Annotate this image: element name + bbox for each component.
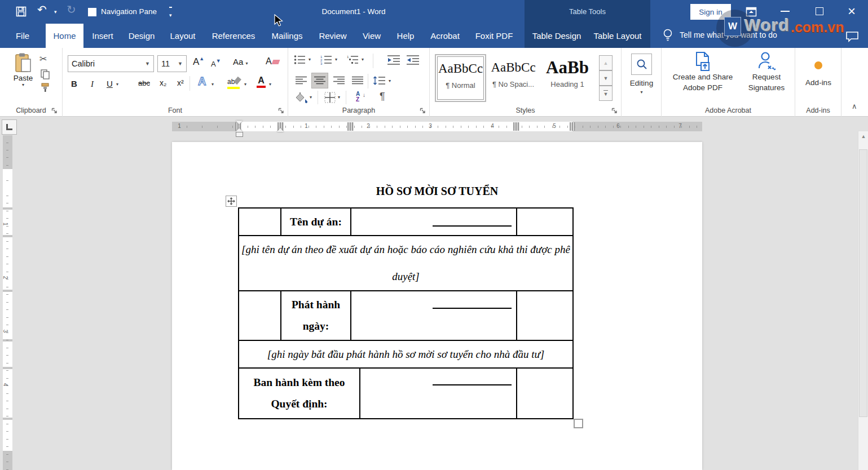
font-size-input[interactable]: 11▼: [157, 55, 187, 72]
horizontal-ruler[interactable]: 1 1 2 3 4 5 6 7: [172, 122, 702, 131]
tab-table-design[interactable]: Table Design: [527, 24, 586, 48]
line-spacing-icon[interactable]: [373, 76, 385, 86]
tab-layout[interactable]: Layout: [162, 24, 203, 48]
cut-icon[interactable]: ✂: [39, 54, 47, 64]
tab-acrobat[interactable]: Acrobat: [423, 24, 467, 48]
create-share-pdf-button[interactable]: Create and Share Adobe PDF: [666, 51, 739, 93]
undo-button[interactable]: ↶: [37, 4, 47, 15]
blank-underline[interactable]: [433, 308, 512, 309]
request-signatures-button[interactable]: Request Signatures: [742, 51, 791, 93]
tab-insert[interactable]: Insert: [83, 24, 122, 48]
decision-label-cell[interactable]: Ban hành kèm theo Quyết định:: [239, 368, 360, 419]
styles-scroll-down-button[interactable]: ▼: [599, 70, 613, 86]
collapse-ribbon-icon[interactable]: ∧: [852, 102, 857, 110]
pilcrow-icon[interactable]: ¶: [380, 91, 385, 103]
change-case-button[interactable]: Aa ▾: [233, 57, 248, 66]
tab-file[interactable]: File: [7, 24, 38, 48]
font-color-button[interactable]: A: [257, 76, 266, 88]
paste-button[interactable]: Paste ▾: [11, 52, 35, 87]
feedback-icon[interactable]: [845, 31, 859, 42]
styles-more-button[interactable]: ▼: [599, 86, 613, 101]
line-spacing-chevron-icon[interactable]: ▾: [389, 78, 391, 83]
grow-font-button[interactable]: A▲: [193, 56, 204, 68]
paragraph-dialog-launcher[interactable]: [420, 108, 426, 114]
scrollbar-thumb[interactable]: [859, 149, 867, 417]
tab-design[interactable]: Design: [122, 24, 161, 48]
superscript-button[interactable]: x²: [177, 78, 184, 87]
multilevel-list-icon[interactable]: 1: [347, 55, 359, 65]
tab-selector[interactable]: [2, 119, 17, 135]
bullets-chevron-icon[interactable]: ▾: [309, 57, 311, 62]
table-resize-handle[interactable]: [574, 419, 583, 428]
align-left-icon[interactable]: [296, 76, 307, 85]
tab-table-layout[interactable]: Table Layout: [588, 24, 647, 48]
navigation-pane-label[interactable]: Navigation Pane: [101, 7, 157, 16]
empty-cell[interactable]: [517, 368, 573, 419]
hanging-indent-marker[interactable]: [236, 128, 243, 132]
decision-value-cell[interactable]: [360, 368, 517, 419]
borders-icon[interactable]: [324, 92, 336, 103]
underline-button[interactable]: U: [107, 77, 113, 91]
save-icon[interactable]: [16, 6, 27, 17]
clear-formatting-button[interactable]: A: [266, 56, 279, 66]
tab-mailings[interactable]: Mailings: [263, 24, 311, 48]
font-name-input[interactable]: Calibri▼: [68, 55, 154, 72]
tab-home[interactable]: Home: [46, 24, 83, 48]
clipboard-dialog-launcher[interactable]: [51, 108, 58, 114]
copy-icon[interactable]: [41, 69, 50, 79]
shading-icon[interactable]: [294, 92, 307, 103]
highlight-chevron-icon[interactable]: ▾: [244, 82, 246, 87]
numbering-icon[interactable]: 123: [320, 55, 333, 65]
shrink-font-button[interactable]: A▼: [211, 58, 221, 68]
undo-chevron-icon[interactable]: ▾: [54, 9, 57, 15]
bold-button[interactable]: B: [71, 77, 77, 91]
tab-view[interactable]: View: [354, 24, 389, 48]
scroll-up-icon[interactable]: ▲: [858, 131, 868, 141]
highlight-button[interactable]: ab: [227, 76, 240, 89]
addins-button[interactable]: Add-ins: [795, 52, 841, 87]
document-heading[interactable]: HỒ SƠ MỜI SƠ TUYỂN: [172, 185, 702, 198]
underline-chevron-icon[interactable]: ▾: [116, 82, 118, 87]
justify-icon[interactable]: [352, 76, 363, 85]
font-dialog-launcher[interactable]: [278, 108, 284, 114]
right-indent-marker[interactable]: [277, 128, 284, 132]
empty-cell[interactable]: [239, 208, 281, 236]
text-effects-button[interactable]: A: [198, 75, 206, 88]
style-no-spacing[interactable]: AaBbCc ¶ No Spaci...: [488, 55, 538, 101]
table-move-handle[interactable]: [226, 196, 237, 207]
empty-cell[interactable]: [517, 291, 573, 340]
shading-chevron-icon[interactable]: ▾: [310, 95, 312, 100]
styles-dialog-launcher[interactable]: [611, 108, 618, 114]
style-heading-1[interactable]: AaBb Heading 1: [541, 55, 593, 101]
tab-foxit-pdf[interactable]: Foxit PDF: [468, 24, 520, 48]
navigation-pane-checkbox[interactable]: [88, 8, 96, 16]
vertical-ruler[interactable]: 1 2 3 4: [3, 135, 12, 470]
bullets-icon[interactable]: [294, 55, 306, 65]
maximize-button[interactable]: [816, 7, 823, 15]
minimize-button[interactable]: [781, 11, 790, 12]
project-name-hint-cell[interactable]: [ghi tên dự án theo đề xuất dự án hoặc b…: [239, 236, 573, 291]
format-painter-icon[interactable]: [41, 83, 50, 92]
blank-underline[interactable]: [433, 225, 512, 227]
styles-scroll-up-button[interactable]: ▲: [599, 55, 613, 70]
borders-chevron-icon[interactable]: ▾: [338, 95, 340, 100]
align-right-icon[interactable]: [333, 76, 345, 85]
style-normal[interactable]: AaBbCc ¶ Normal: [436, 55, 485, 101]
editing-button[interactable]: [631, 54, 652, 75]
empty-cell[interactable]: [517, 208, 573, 236]
redo-button[interactable]: ↻: [67, 4, 76, 15]
tab-review[interactable]: Review: [311, 24, 354, 48]
issue-date-value-cell[interactable]: [351, 291, 517, 340]
document-table[interactable]: Tên dự án: [ghi tên dự án theo đề xuất d…: [238, 207, 574, 419]
qat-customize-icon[interactable]: ▾: [169, 7, 172, 19]
tab-help[interactable]: Help: [389, 24, 422, 48]
close-button[interactable]: ×: [848, 6, 856, 17]
text-effects-chevron-icon[interactable]: ▾: [212, 82, 214, 87]
font-color-chevron-icon[interactable]: ▾: [269, 82, 271, 87]
increase-indent-icon[interactable]: [407, 55, 419, 65]
strikethrough-button[interactable]: abc: [138, 79, 150, 87]
italic-button[interactable]: I: [91, 77, 94, 91]
project-name-label-cell[interactable]: Tên dự án:: [281, 208, 351, 236]
subscript-button[interactable]: x₂: [160, 78, 166, 87]
left-indent-marker[interactable]: [236, 132, 243, 136]
